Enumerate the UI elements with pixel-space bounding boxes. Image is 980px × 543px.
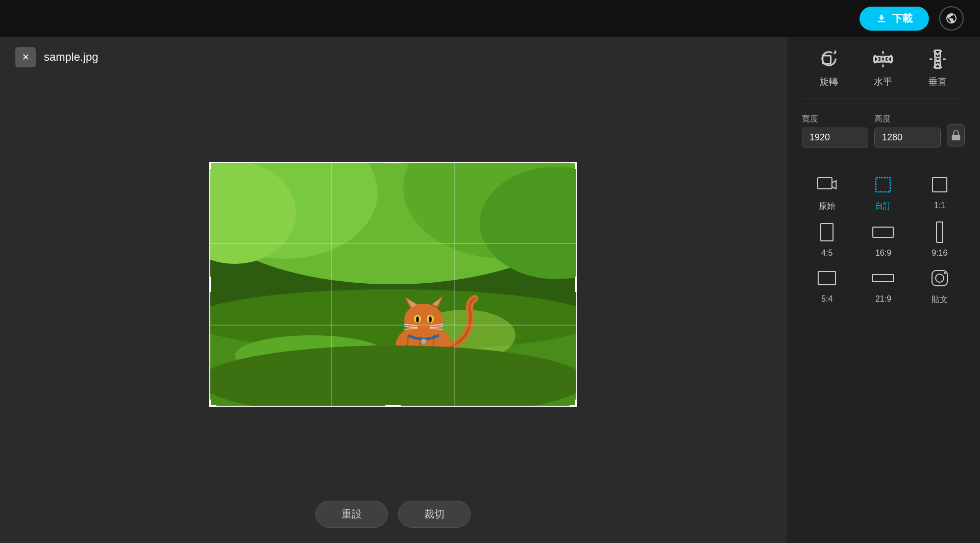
svg-rect-47 (951, 135, 960, 140)
handle-top-left[interactable] (209, 162, 216, 169)
globe-icon (945, 12, 958, 24)
svg-rect-54 (818, 272, 836, 285)
ratio-16-9[interactable]: 16:9 (858, 220, 908, 258)
svg-point-58 (944, 272, 946, 274)
handle-bottom-left[interactable] (209, 400, 216, 407)
handle-bottom-right[interactable] (570, 400, 577, 407)
ratio-5-4[interactable]: 5:4 (802, 266, 852, 305)
ratio-grid: 原始 自訂 1:1 (802, 172, 965, 305)
horizontal-flip-icon (871, 47, 895, 71)
ratio-post-icon (927, 266, 952, 290)
close-button[interactable]: ✕ (15, 47, 36, 67)
svg-rect-52 (873, 227, 893, 237)
reset-button[interactable]: 重設 (315, 501, 388, 528)
svg-point-23 (429, 316, 432, 323)
svg-point-34 (209, 345, 577, 407)
lock-ratio-button[interactable] (947, 124, 965, 146)
rotate-tool[interactable]: 旋轉 (817, 47, 841, 88)
svg-point-33 (421, 339, 426, 344)
handle-top-mid[interactable] (385, 162, 401, 166)
width-group: 寬度 (802, 114, 868, 147)
tools-row: 旋轉 水平 (802, 47, 965, 98)
download-button[interactable]: 下載 (860, 7, 929, 31)
svg-line-27 (404, 329, 418, 329)
image-scene (209, 162, 577, 407)
crop-container[interactable] (209, 162, 577, 407)
language-button[interactable] (939, 6, 964, 31)
topbar: 下載 (0, 0, 980, 37)
svg-point-22 (416, 316, 419, 323)
ratio-custom-icon (871, 172, 895, 197)
ratio-1-1[interactable]: 1:1 (915, 172, 965, 212)
divider (802, 160, 965, 160)
svg-rect-55 (872, 275, 894, 282)
ratio-21-9[interactable]: 21:9 (858, 266, 908, 305)
ratio-21-9-icon (871, 266, 895, 290)
crop-button[interactable]: 裁切 (398, 501, 471, 528)
handle-top-right[interactable] (570, 162, 577, 169)
height-input[interactable] (874, 128, 941, 147)
svg-rect-48 (818, 178, 832, 189)
image-svg (209, 162, 577, 407)
ratio-custom[interactable]: 自訂 (858, 172, 908, 212)
height-label: 高度 (874, 114, 941, 125)
svg-line-30 (430, 329, 443, 329)
file-header: ✕ sample.jpg (15, 47, 771, 67)
ratio-post[interactable]: 貼文 (915, 266, 965, 305)
ratio-16-9-icon (871, 220, 895, 244)
height-group: 高度 (874, 114, 941, 147)
vertical-flip-tool[interactable]: 垂直 (925, 47, 950, 88)
dimensions-row: 寬度 高度 (802, 114, 965, 147)
handle-right-mid[interactable] (573, 277, 577, 292)
handle-bottom-mid[interactable] (385, 403, 401, 407)
ratio-5-4-icon (815, 266, 839, 290)
handle-left-mid[interactable] (209, 277, 213, 292)
vertical-flip-icon (925, 47, 950, 71)
left-panel: ✕ sample.jpg (0, 37, 786, 543)
lock-icon (950, 130, 962, 141)
download-icon (876, 13, 887, 24)
bottom-buttons: 重設 裁切 (15, 490, 771, 533)
filename-label: sample.jpg (44, 51, 98, 64)
ratio-original-icon (815, 172, 839, 197)
ratio-9-16-icon (927, 220, 952, 244)
rotate-icon (817, 47, 841, 71)
ratio-4-5[interactable]: 4:5 (802, 220, 852, 258)
crop-area (15, 78, 771, 490)
svg-rect-49 (876, 178, 890, 192)
svg-point-57 (936, 274, 944, 282)
right-panel: 旋轉 水平 (786, 37, 980, 543)
svg-rect-50 (933, 178, 947, 192)
ratio-original[interactable]: 原始 (802, 172, 852, 212)
svg-rect-51 (821, 224, 833, 241)
width-label: 寬度 (802, 114, 868, 125)
ratio-9-16[interactable]: 9:16 (915, 220, 965, 258)
ratio-4-5-icon (815, 220, 839, 244)
width-input[interactable] (802, 128, 868, 147)
horizontal-flip-tool[interactable]: 水平 (871, 47, 895, 88)
main-content: ✕ sample.jpg (0, 37, 980, 543)
svg-rect-53 (937, 222, 943, 242)
svg-point-15 (404, 304, 443, 336)
ratio-1-1-icon (927, 172, 952, 197)
